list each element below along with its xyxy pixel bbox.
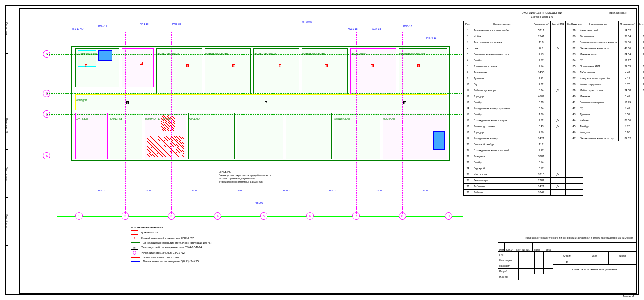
role-3: Разраб. <box>498 269 519 274</box>
table-row: 39Мойка тары хоз.инв.24.58В3 <box>570 87 644 93</box>
hatch-2 <box>161 115 175 131</box>
tb-roles: ГИП Нач. отдела Проверил Разраб. <box>498 252 553 274</box>
legend-row-4: Речевой оповещатель МЕТА 2712 <box>131 251 269 255</box>
table-row: 5Предварительная разморозка7.13 <box>464 51 583 57</box>
dim-s1: 6000 <box>98 189 104 192</box>
project-line: Размещение технологического и инженерног… <box>525 236 633 239</box>
table-row: 41Бытовое помещение18.79 <box>570 99 644 105</box>
dim-overall <box>79 201 449 201</box>
room-b7: ЭЛ.ЩИТОВАЯ <box>334 113 380 159</box>
table-row: 45Тамбур3.26 <box>570 123 644 129</box>
legend-sym-manual: Р <box>131 236 138 240</box>
legend-text-2: Огнезащитное покрытие металлоконструкций… <box>143 241 212 244</box>
inner-frame: А Б В Г 1 2 3 4 5 6 7 8 9 <box>19 8 637 294</box>
table-row: 24Гардероб5.17 <box>464 165 583 171</box>
tb-right: Стадия Лист Листов Р План расположения о… <box>553 252 636 274</box>
plan-note-2: и требованиям нормативных документов <box>219 180 271 184</box>
table-row: 6Тамбур7.67 <box>464 57 583 63</box>
legend: Условные обозначения ДДымовой ПИ РРучной… <box>131 226 269 277</box>
drawing-title: План расположения оборудования <box>553 265 636 274</box>
tb-data: Дата <box>544 247 553 252</box>
table-row: 36Лаборатория4.47Д4 <box>570 69 644 75</box>
table-row: 47Охлаждаемая камера гот. пр.39.82 <box>570 135 644 141</box>
table-row: 43Душевая2.59 <box>570 111 644 117</box>
dim-s3: 6000 <box>191 189 197 192</box>
role-0: ГИП <box>498 252 519 257</box>
stage-val-1 <box>581 259 609 264</box>
plan-note-1: согласно проектной документации <box>219 177 271 180</box>
detector-10: Р <box>265 101 267 104</box>
room-6: КАМЕРА ХРАНЕНИЯ <box>302 48 348 94</box>
h2-num: Поз. <box>570 21 578 27</box>
table-row: 11Кабинет директора6.34Д3 <box>464 87 583 93</box>
table-row: 13Тамбур3.78 <box>464 99 583 105</box>
table-row: 10С/у2.02 <box>464 81 583 87</box>
legend-row-3: ▭Светозвуковой оповещатель типа ТОН-1С/В… <box>131 245 269 250</box>
table-row: 37Кладовая тары, тары обор.4.19Д4 <box>570 75 644 81</box>
tb-podp: Подп. <box>533 247 544 252</box>
room-7: ЦЕХ ВЫПЕЧКИ <box>350 48 396 94</box>
dim-s7: 6000 <box>376 189 382 192</box>
dim-s5: 6000 <box>283 189 289 192</box>
table-row: 9Душевая7.91 <box>464 75 583 81</box>
table-row: 30Фасовочная26.84В4 <box>570 33 644 39</box>
legend-sym-loop <box>131 257 140 258</box>
legend-sym-speaker <box>131 251 138 255</box>
table-row: 18Коридор4.66 <box>464 129 583 135</box>
callout-3: РП-3-38 <box>172 23 181 25</box>
room-b2: ГАРДЕРОБ <box>110 113 142 159</box>
table-row: 21Охлаждаемая камера готовой9.97 <box>464 147 583 153</box>
legend-row-0: ДДымовой ПИ <box>131 230 269 235</box>
legend-text-0: Дымовой ПИ <box>141 231 158 234</box>
detector-1: Д <box>85 64 87 67</box>
callout-0: РП-1-11 НО <box>71 27 84 30</box>
plan-note: ОГНЕЗ. ИК Огнезащитное покрытие конструк… <box>219 171 271 184</box>
detector-6: Д <box>325 64 328 67</box>
role-1: Нач. отдела <box>498 257 519 263</box>
stage-label-0: Стадия <box>553 252 581 259</box>
stage-label-2: Листов <box>609 252 636 259</box>
hatch-1 <box>147 136 184 157</box>
binding-margin: Согласовано Взам. инв. № Подп. и дата Ин… <box>6 6 19 296</box>
table-row: 14Холодильная камера хранения5.84 <box>464 105 583 111</box>
detector-5: Д <box>279 64 281 67</box>
legend-text-5: Пожарный шлейф ШПС 2х0.5 <box>143 256 181 259</box>
room-b1: САН. УЗЕЛ <box>75 113 108 159</box>
legend-title: Условные обозначения <box>131 226 269 229</box>
table-row: 35Помещение АБП29.55В4 <box>570 63 644 69</box>
legend-row-5: Пожарный шлейф ШПС 2х0.5 <box>131 256 269 259</box>
h-cat1: Кат. АУПС <box>550 21 565 27</box>
room-2 <box>122 48 154 87</box>
table-row: 8Раздевалка14.55 <box>464 69 583 75</box>
dim-s4: 6000 <box>237 189 243 192</box>
table-row: 38Комната грузчиков7.78Д3 <box>570 81 644 87</box>
legend-text-6: Линия речевого оповещения П(0.75) 2х0.75 <box>143 260 199 263</box>
role-4: Н.контр. <box>498 274 519 280</box>
detector-11: Р <box>403 101 406 104</box>
corridor: КОРИДОР <box>75 94 447 110</box>
table-row: 2Мойка15.41 <box>464 33 583 39</box>
stage-val-2 <box>609 259 636 264</box>
room-b6 <box>286 113 332 159</box>
drawing-sheet: Согласовано Взам. инв. № Подп. и дата Ин… <box>5 5 639 295</box>
h2-area: Площадь, м² <box>619 21 637 27</box>
legend-text-4: Речевой оповещатель МЕТА 2712 <box>141 251 185 254</box>
room-4: КАМЕРА ХРАНЕНИЯ <box>205 48 251 94</box>
table-row: 33Моечная тары34.84Д4 <box>570 51 644 57</box>
callout-10: РП-14-11 <box>426 37 436 39</box>
room-8: ГОТОВАЯ ПРОДУКЦИЯ <box>399 48 447 94</box>
tb-rev-area: Изм. Кол.уч Лист № док. Подп. Дата <box>498 243 636 252</box>
detector-2: Д <box>140 62 143 65</box>
table-row: 25Мастерская18.13Д4 <box>464 171 583 178</box>
table-row: 7Комната персонала9.14 <box>464 63 583 69</box>
edge-cell-4: Инв. № подл. <box>6 198 8 246</box>
table-row: 15Тамбур1.06 <box>464 111 583 117</box>
stage-label-1: Лист <box>581 252 609 259</box>
table-row: 34С/у12.27 <box>570 57 644 63</box>
legend-row-6: Линия речевого оповещения П(0.75) 2х0.75 <box>131 260 269 263</box>
callout-2: РП-2-10 <box>140 23 149 25</box>
room-b4: КЛАДОВАЯ <box>188 113 235 159</box>
plan-note-0: Огнезащитное покрытие конструкций выполн… <box>219 174 271 177</box>
plan-note-label: ОГНЕЗ. ИК <box>219 171 271 174</box>
legend-text-1: Ручной пожарный извещатель ИПР-3 СУ <box>141 237 194 239</box>
